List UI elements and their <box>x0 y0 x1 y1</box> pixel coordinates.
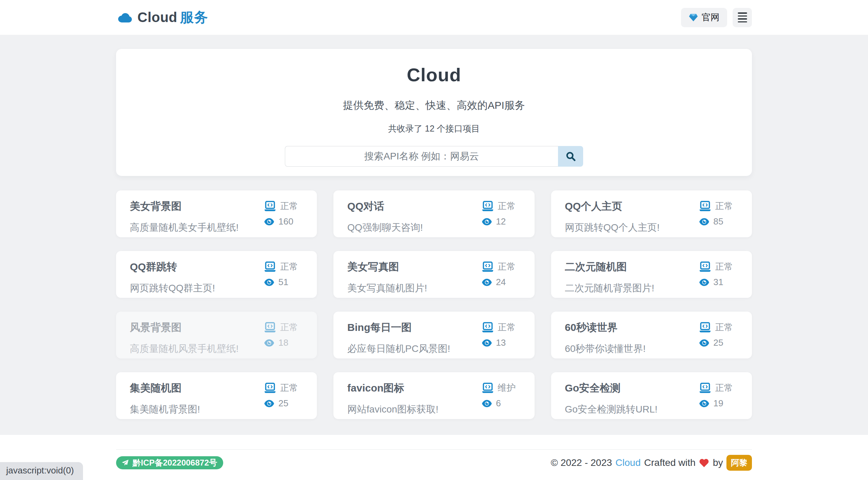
api-status-label: 维护 <box>498 382 516 394</box>
api-views-row: 51 <box>264 277 304 288</box>
api-views-row: 25 <box>699 337 740 348</box>
footer-brand-link[interactable]: Cloud <box>616 457 641 468</box>
gem-icon <box>689 13 698 22</box>
eye-icon <box>482 278 492 287</box>
api-status-label: 正常 <box>498 261 516 273</box>
api-card-description: 高质量随机美女手机壁纸! <box>130 221 239 234</box>
api-card[interactable]: Go安全检测 Go安全检测跳转URL! 正常 <box>551 372 752 419</box>
search-button[interactable] <box>558 146 583 167</box>
api-card[interactable]: 集美随机图 集美随机背景图! 正常 25 <box>116 372 317 419</box>
official-site-button[interactable]: 官网 <box>681 8 727 27</box>
api-card-title: QQ个人主页 <box>565 199 660 213</box>
icp-badge[interactable]: 黔ICP备2022006872号 <box>116 456 223 469</box>
header: Cloud服务 官网 <box>0 0 868 35</box>
api-card-description: 美女写真随机图片! <box>347 282 427 295</box>
api-status-label: 正常 <box>280 200 298 212</box>
api-views-count: 19 <box>713 398 723 409</box>
api-card-title: 二次元随机图 <box>565 260 654 274</box>
api-views-count: 24 <box>496 277 506 288</box>
api-status-row: 正常 <box>699 261 740 273</box>
api-card-meta: 正常 25 <box>264 381 304 410</box>
api-views-row: 24 <box>482 277 522 288</box>
api-card[interactable]: QQ对话 QQ强制聊天咨询! 正常 12 <box>333 190 534 237</box>
heart-icon <box>699 458 709 468</box>
search-bar <box>285 146 583 167</box>
api-card-description: 网页跳转QQ群主页! <box>130 282 215 295</box>
api-views-count: 6 <box>496 398 501 409</box>
api-card-meta: 正常 25 <box>699 321 740 349</box>
api-views-row: 31 <box>699 277 740 288</box>
laptop-code-icon <box>699 201 711 212</box>
api-views-count: 13 <box>496 337 506 348</box>
official-site-label: 官网 <box>702 11 720 23</box>
api-status-row: 正常 <box>264 321 304 333</box>
api-views-row: 6 <box>482 398 522 409</box>
api-card-meta: 正常 160 <box>264 199 304 228</box>
api-status-row: 正常 <box>699 382 740 394</box>
api-views-count: 18 <box>278 337 288 348</box>
laptop-code-icon <box>264 322 276 333</box>
eye-icon <box>264 399 275 408</box>
eye-icon <box>699 278 710 287</box>
paper-plane-icon <box>121 459 129 467</box>
api-card-meta: 正常 13 <box>482 321 522 349</box>
api-status-label: 正常 <box>715 261 733 273</box>
api-card-title: 风景背景图 <box>130 321 239 335</box>
api-card-description: 必应每日随机PC风景图! <box>347 342 450 355</box>
api-card-description: Go安全检测跳转URL! <box>565 403 658 416</box>
api-status-label: 正常 <box>280 382 298 394</box>
site-logo[interactable]: Cloud服务 <box>116 8 208 27</box>
page-title: Cloud <box>116 64 752 85</box>
api-views-count: 51 <box>278 277 288 288</box>
api-card[interactable]: 美女背景图 高质量随机美女手机壁纸! 正常 1 <box>116 190 317 237</box>
api-status-label: 正常 <box>715 200 733 212</box>
api-status-label: 正常 <box>280 321 298 333</box>
api-status-row: 正常 <box>482 321 522 333</box>
api-card-title: Go安全检测 <box>565 381 658 395</box>
api-card[interactable]: 60秒读世界 60秒带你读懂世界! 正常 25 <box>551 312 752 358</box>
icp-number: 黔ICP备2022006872号 <box>133 457 217 468</box>
api-card-title: 60秒读世界 <box>565 321 646 335</box>
menu-button[interactable] <box>733 8 752 27</box>
footer: 黔ICP备2022006872号 © 2022 - 2023 Cloud Cra… <box>0 435 868 480</box>
api-card[interactable]: 风景背景图 高质量随机风景手机壁纸! 正常 1 <box>116 312 317 358</box>
api-status-row: 正常 <box>264 200 304 212</box>
api-card-description: 高质量随机风景手机壁纸! <box>130 342 239 355</box>
api-status-row: 正常 <box>699 321 740 333</box>
search-input[interactable] <box>285 146 558 167</box>
api-card[interactable]: QQ群跳转 网页跳转QQ群主页! 正常 51 <box>116 251 317 298</box>
hero-panel: Cloud 提供免费、稳定、快速、高效的API服务 共收录了 12 个接口项目 <box>116 49 752 176</box>
api-card-title: Bing每日一图 <box>347 321 450 335</box>
api-views-count: 12 <box>496 216 506 227</box>
api-card-meta: 正常 18 <box>264 321 304 349</box>
api-card-description: 二次元随机背景图片! <box>565 282 654 295</box>
api-status-row: 正常 <box>482 261 522 273</box>
api-card-title: 集美随机图 <box>130 381 200 395</box>
api-card[interactable]: favicon图标 网站favicon图标获取! 维护 <box>333 372 534 419</box>
api-card-meta: 正常 19 <box>699 381 740 410</box>
api-views-row: 12 <box>482 216 522 227</box>
api-views-row: 85 <box>699 216 740 227</box>
laptop-code-icon <box>482 322 494 333</box>
api-card[interactable]: QQ个人主页 网页跳转QQ个人主页! 正常 8 <box>551 190 752 237</box>
api-card-description: 60秒带你读懂世界! <box>565 342 646 355</box>
api-card-title: 美女背景图 <box>130 199 239 213</box>
api-card[interactable]: 二次元随机图 二次元随机背景图片! 正常 31 <box>551 251 752 298</box>
api-status-label: 正常 <box>498 200 516 212</box>
browser-status-bar: javascript:void(0) <box>0 462 83 480</box>
author-badge[interactable]: 阿黎 <box>726 455 752 471</box>
laptop-code-icon <box>699 322 711 333</box>
api-views-row: 25 <box>264 398 304 409</box>
eye-icon <box>264 217 275 226</box>
cloud-logo-icon <box>116 11 133 24</box>
api-card-title: favicon图标 <box>347 381 438 395</box>
api-card[interactable]: Bing每日一图 必应每日随机PC风景图! 正常 <box>333 312 534 358</box>
laptop-code-icon <box>264 201 276 212</box>
search-icon <box>565 151 576 162</box>
api-card[interactable]: 美女写真图 美女写真随机图片! 正常 24 <box>333 251 534 298</box>
api-status-label: 正常 <box>498 321 516 333</box>
api-status-row: 正常 <box>264 382 304 394</box>
laptop-code-icon <box>699 261 711 272</box>
api-count-text: 共收录了 12 个接口项目 <box>116 123 752 134</box>
api-views-count: 25 <box>278 398 288 409</box>
